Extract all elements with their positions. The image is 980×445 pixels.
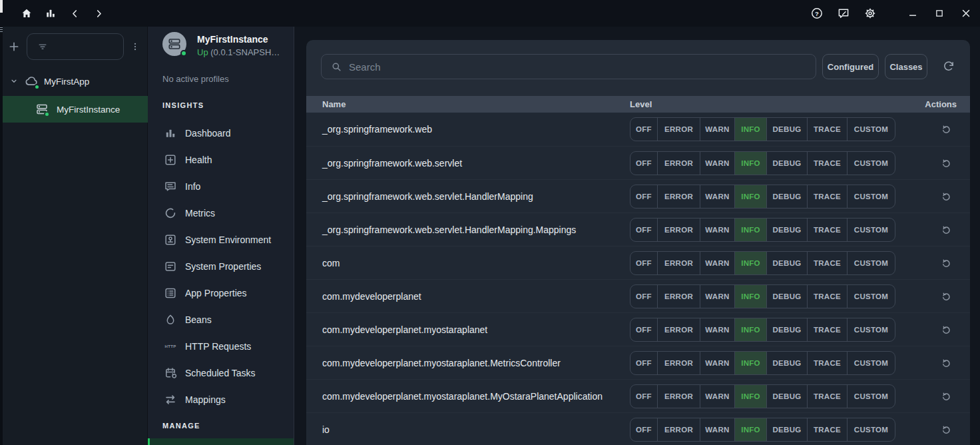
- level-off-button[interactable]: OFF: [630, 219, 658, 241]
- logger-search-input[interactable]: [349, 61, 775, 73]
- reset-logger-button[interactable]: [938, 189, 954, 205]
- level-trace-button[interactable]: TRACE: [808, 352, 848, 374]
- feedback-button[interactable]: [834, 4, 854, 23]
- level-custom-button[interactable]: CUSTOM: [848, 252, 895, 274]
- level-trace-button[interactable]: TRACE: [808, 285, 848, 308]
- level-off-button[interactable]: OFF: [630, 185, 658, 208]
- application-filter-input[interactable]: [54, 42, 121, 52]
- sidebar-item-beans[interactable]: Beans: [148, 306, 294, 333]
- level-warn-button[interactable]: WARN: [700, 219, 735, 241]
- level-warn-button[interactable]: WARN: [700, 418, 735, 441]
- reset-logger-button[interactable]: [938, 422, 954, 438]
- level-info-button[interactable]: INFO: [735, 118, 767, 141]
- level-debug-button[interactable]: DEBUG: [767, 285, 808, 308]
- maximize-button[interactable]: [929, 4, 949, 23]
- level-error-button[interactable]: ERROR: [658, 118, 700, 141]
- minimize-button[interactable]: [903, 4, 923, 23]
- level-custom-button[interactable]: CUSTOM: [848, 185, 895, 208]
- level-error-button[interactable]: ERROR: [658, 352, 700, 374]
- close-button[interactable]: [956, 4, 976, 23]
- level-error-button[interactable]: ERROR: [658, 285, 700, 308]
- level-off-button[interactable]: OFF: [630, 152, 658, 175]
- tree-item-instance[interactable]: MyFirstInstance: [0, 96, 148, 123]
- level-info-button[interactable]: INFO: [735, 252, 767, 274]
- level-warn-button[interactable]: WARN: [700, 118, 735, 141]
- level-off-button[interactable]: OFF: [630, 385, 658, 408]
- reset-logger-button[interactable]: [938, 222, 954, 238]
- level-debug-button[interactable]: DEBUG: [767, 252, 808, 274]
- level-trace-button[interactable]: TRACE: [808, 418, 848, 441]
- level-custom-button[interactable]: CUSTOM: [848, 385, 895, 408]
- reset-logger-button[interactable]: [938, 155, 954, 171]
- level-off-button[interactable]: OFF: [630, 418, 658, 441]
- level-error-button[interactable]: ERROR: [658, 152, 700, 175]
- level-info-button[interactable]: INFO: [735, 352, 767, 374]
- level-custom-button[interactable]: CUSTOM: [848, 219, 895, 241]
- level-trace-button[interactable]: TRACE: [808, 219, 848, 241]
- sidebar-item-metrics[interactable]: Metrics: [148, 200, 294, 226]
- sidebar-item-http-requests[interactable]: HTTP Requests: [148, 333, 294, 360]
- level-off-button[interactable]: OFF: [630, 118, 658, 141]
- navigate-forward-button[interactable]: [89, 4, 108, 23]
- level-trace-button[interactable]: TRACE: [808, 318, 848, 341]
- sidebar-item-health[interactable]: Health: [148, 147, 294, 173]
- sidebar-item-loggers-selected-partial[interactable]: [148, 438, 294, 445]
- reset-logger-button[interactable]: [938, 322, 954, 338]
- help-button[interactable]: [807, 4, 827, 23]
- configured-filter-button[interactable]: Configured: [822, 54, 879, 79]
- tree-item-application[interactable]: MyFirstApp: [3, 69, 148, 93]
- level-custom-button[interactable]: CUSTOM: [848, 118, 895, 141]
- level-warn-button[interactable]: WARN: [700, 252, 735, 274]
- level-info-button[interactable]: INFO: [735, 152, 767, 175]
- level-custom-button[interactable]: CUSTOM: [848, 285, 895, 308]
- level-error-button[interactable]: ERROR: [658, 318, 700, 341]
- sidebar-menu-button[interactable]: [130, 40, 140, 53]
- level-warn-button[interactable]: WARN: [700, 318, 735, 341]
- sidebar-item-info[interactable]: Info: [148, 173, 294, 200]
- level-error-button[interactable]: ERROR: [658, 418, 700, 441]
- level-debug-button[interactable]: DEBUG: [767, 352, 808, 374]
- navigate-back-button[interactable]: [65, 4, 84, 23]
- level-warn-button[interactable]: WARN: [700, 285, 735, 308]
- sidebar-item-scheduled-tasks[interactable]: Scheduled Tasks: [148, 360, 294, 386]
- level-trace-button[interactable]: TRACE: [808, 118, 848, 141]
- level-debug-button[interactable]: DEBUG: [767, 118, 808, 141]
- reset-logger-button[interactable]: [938, 288, 954, 304]
- level-info-button[interactable]: INFO: [735, 185, 767, 208]
- level-trace-button[interactable]: TRACE: [808, 152, 848, 175]
- level-trace-button[interactable]: TRACE: [808, 185, 848, 208]
- level-debug-button[interactable]: DEBUG: [767, 185, 808, 208]
- reset-logger-button[interactable]: [938, 121, 954, 137]
- level-error-button[interactable]: ERROR: [658, 252, 700, 274]
- sidebar-item-dashboard[interactable]: Dashboard: [148, 120, 294, 147]
- level-error-button[interactable]: ERROR: [658, 385, 700, 408]
- reset-logger-button[interactable]: [938, 255, 954, 271]
- applications-button[interactable]: [41, 4, 60, 23]
- level-info-button[interactable]: INFO: [735, 385, 767, 408]
- sidebar-item-app-properties[interactable]: App Properties: [148, 280, 294, 306]
- level-off-button[interactable]: OFF: [630, 285, 658, 308]
- level-info-button[interactable]: INFO: [735, 285, 767, 308]
- level-warn-button[interactable]: WARN: [700, 385, 735, 408]
- level-warn-button[interactable]: WARN: [700, 185, 735, 208]
- level-warn-button[interactable]: WARN: [700, 352, 735, 374]
- level-error-button[interactable]: ERROR: [658, 219, 700, 241]
- level-off-button[interactable]: OFF: [630, 318, 658, 341]
- level-warn-button[interactable]: WARN: [700, 152, 735, 175]
- settings-button[interactable]: [860, 4, 880, 23]
- level-info-button[interactable]: INFO: [735, 418, 767, 441]
- level-info-button[interactable]: INFO: [735, 219, 767, 241]
- level-custom-button[interactable]: CUSTOM: [848, 152, 895, 175]
- classes-filter-button[interactable]: Classes: [885, 54, 927, 79]
- level-off-button[interactable]: OFF: [630, 252, 658, 274]
- level-custom-button[interactable]: CUSTOM: [848, 318, 895, 341]
- level-debug-button[interactable]: DEBUG: [767, 418, 808, 441]
- level-error-button[interactable]: ERROR: [658, 185, 700, 208]
- level-custom-button[interactable]: CUSTOM: [848, 352, 895, 374]
- reset-logger-button[interactable]: [938, 388, 954, 404]
- level-info-button[interactable]: INFO: [735, 318, 767, 341]
- sidebar-item-mappings[interactable]: Mappings: [148, 386, 294, 413]
- home-button[interactable]: [17, 4, 36, 23]
- level-debug-button[interactable]: DEBUG: [767, 385, 808, 408]
- refresh-button[interactable]: [939, 57, 959, 77]
